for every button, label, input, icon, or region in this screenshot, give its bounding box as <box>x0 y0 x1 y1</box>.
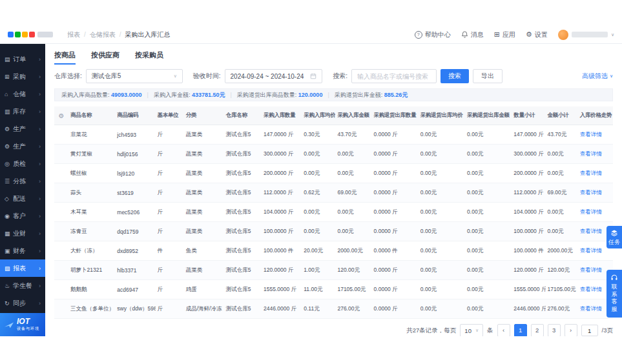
cell: 0.0000 斤 <box>372 183 419 203</box>
advanced-filter-toggle[interactable]: 高级筛选 ∨ <box>582 72 613 81</box>
row-gutter <box>54 299 68 319</box>
view-detail-link[interactable]: 查看详情 <box>580 286 602 292</box>
row-gutter <box>54 145 68 164</box>
help-center-button[interactable]: ? 帮助中心 <box>415 30 451 39</box>
cell: 斤 <box>156 164 184 183</box>
view-detail-link[interactable]: 查看详情 <box>580 305 602 312</box>
view-detail-link[interactable]: 查看详情 <box>580 228 602 234</box>
view-detail-link[interactable]: 查看详情 <box>580 267 602 273</box>
apps-button[interactable]: ⊞ 应用 <box>494 30 515 39</box>
cell: 0.0000 斤 <box>372 280 419 299</box>
sidebar-menu: ▤订单›⊞采购›⌂仓储›▥库存›⚙生产›⚙生产›◎质检›☰分拣›◇配送›◉客户›… <box>0 44 45 313</box>
sidebar-item-sorting[interactable]: ☰分拣› <box>0 172 45 190</box>
search-input[interactable] <box>351 69 437 83</box>
contact-support-widget[interactable]: 联系客服 <box>606 270 622 318</box>
view-detail-link[interactable]: 查看详情 <box>580 208 602 215</box>
sidebar-item-inventory[interactable]: ▥库存› <box>0 103 45 120</box>
column-header: 采购退货出库均价 <box>419 106 465 125</box>
page-total-label: /3页 <box>602 327 613 335</box>
cell: 测试仓库5 <box>224 261 262 280</box>
prev-page-button[interactable]: ‹ <box>497 324 510 336</box>
table-body: 韭菜花jch4593斤蔬菜类测试仓库5147.0000 斤0.30元43.70元… <box>54 125 613 319</box>
breadcrumb-item[interactable]: 采购出入库汇总 <box>125 30 171 39</box>
page-button-3[interactable]: 3 <box>548 324 561 336</box>
sidebar-item-production[interactable]: ⚙生产› <box>0 120 45 137</box>
page-size-select[interactable]: 10 ∨ <box>460 324 483 336</box>
cell: st3619 <box>115 183 155 203</box>
sidebar-item-label: 学生餐 <box>13 281 39 290</box>
cell: 0.00元 <box>335 164 371 183</box>
cell: 0.00元 <box>419 299 465 319</box>
sidebar-item-warehouse[interactable]: ⌂仓储› <box>0 85 45 103</box>
tab-1[interactable]: 按供应商 <box>91 50 119 65</box>
warehouse-select[interactable]: 测试仓库5 ∨ <box>86 69 183 83</box>
row-gutter <box>54 203 68 222</box>
cell: 0.00元 <box>419 222 465 241</box>
view-detail-link[interactable]: 查看详情 <box>580 150 602 157</box>
view-detail-link[interactable]: 查看详情 <box>580 131 602 137</box>
sidebar-item-student-meals[interactable]: ♨学生餐› <box>0 277 45 294</box>
cell: 20.00元 <box>302 241 335 261</box>
export-button[interactable]: 导出 <box>473 69 503 83</box>
sidebar-item-quality[interactable]: ◎质检› <box>0 155 45 172</box>
next-page-button[interactable]: › <box>565 324 577 336</box>
cell: 蔬菜类 <box>184 183 224 203</box>
row-gutter <box>54 125 68 145</box>
breadcrumb-item[interactable]: 仓储报表 <box>90 30 116 39</box>
sidebar-item-biz-finance[interactable]: ▦业财› <box>0 225 45 242</box>
cell: 鸡蛋 <box>184 280 224 299</box>
view-detail-link[interactable]: 查看详情 <box>580 247 602 254</box>
user-menu[interactable]: ∨ <box>558 30 614 40</box>
apps-label: 应用 <box>503 30 515 39</box>
view-detail-link[interactable]: 查看详情 <box>580 189 602 196</box>
settings-button[interactable]: ⚙ 设置 <box>526 30 548 39</box>
sorting-icon: ☰ <box>5 178 13 185</box>
cell: 查看详情 <box>578 145 613 164</box>
cell: 木耳菜 <box>68 203 115 222</box>
avatar <box>558 30 568 40</box>
search-button[interactable]: 搜索 <box>441 69 469 83</box>
customers-icon: ◉ <box>5 213 13 219</box>
orders-icon: ▤ <box>5 56 13 63</box>
cell: 69.00元 <box>546 183 578 203</box>
page-button-2[interactable]: 2 <box>531 324 544 336</box>
cell: 200.0000 斤 <box>262 164 302 183</box>
cell: 100.0000 斤 <box>262 222 302 241</box>
cell: 查看详情 <box>578 164 613 183</box>
sidebar-item-sync[interactable]: ↻同步› <box>0 294 45 312</box>
sidebar-item-orders[interactable]: ▤订单› <box>0 50 45 68</box>
sidebar-item-customers[interactable]: ◉客户› <box>0 207 45 225</box>
sidebar-item-production-2[interactable]: ⚙生产› <box>0 137 45 155</box>
cell: 三文鱼（多单位） <box>68 299 115 319</box>
cell: 蔬菜类 <box>184 261 224 280</box>
sidebar-item-label: 质检 <box>13 159 39 168</box>
cell: 测试仓库5 <box>224 203 262 222</box>
cell: 蔬菜类 <box>184 145 224 164</box>
help-icon: ? <box>415 31 422 39</box>
sidebar-item-reports[interactable]: ▧报表› <box>0 259 45 277</box>
search-label: 搜索: <box>333 72 347 81</box>
messages-button[interactable]: 消息 <box>461 30 484 39</box>
iot-logo-title: IOT <box>17 318 39 326</box>
cell: lsj9120 <box>115 164 155 183</box>
cell: 17105.00元 <box>335 280 371 299</box>
date-range-input[interactable]: 2024-09-24 ~ 2024-10-24 <box>225 69 323 83</box>
page-button-1[interactable]: 1 <box>514 324 527 336</box>
warehouse-select-value: 测试仓库5 <box>92 72 121 81</box>
cell: 120.0000 斤 <box>512 261 545 280</box>
breadcrumb-item[interactable]: 报表 <box>67 30 80 39</box>
cell: 斤 <box>156 222 184 241</box>
tab-0[interactable]: 按商品 <box>54 50 76 65</box>
sidebar-item-delivery[interactable]: ◇配送› <box>0 190 45 207</box>
tab-2[interactable]: 按采购员 <box>135 50 163 65</box>
page-jump-input[interactable] <box>581 325 598 336</box>
column-settings-icon[interactable]: ⚙ <box>59 112 65 119</box>
sidebar-item-finance[interactable]: ▣财务› <box>0 242 45 259</box>
cell: 0.00元 <box>302 164 335 183</box>
task-widget[interactable]: 任务 <box>606 226 622 248</box>
column-header: 数量小计 <box>512 106 545 125</box>
row-gutter <box>54 164 68 183</box>
view-detail-link[interactable]: 查看详情 <box>580 170 602 176</box>
sidebar-item-procurement[interactable]: ⊞采购› <box>0 68 45 85</box>
task-widget-label: 任务 <box>606 239 622 246</box>
